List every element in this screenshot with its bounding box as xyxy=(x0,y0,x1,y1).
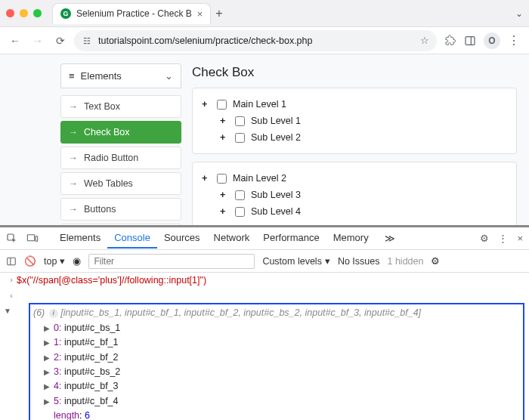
reload-button[interactable]: ⟳ xyxy=(51,32,70,50)
checkbox[interactable] xyxy=(235,207,245,217)
expand-arrow-icon[interactable]: ▶ xyxy=(44,323,51,335)
svg-rect-1 xyxy=(88,37,91,38)
console-filter-input[interactable] xyxy=(88,254,255,269)
sidebar-item-text-box[interactable]: →Text Box xyxy=(60,95,181,118)
checkbox[interactable] xyxy=(217,100,227,110)
url-text: tutorialspoint.com/selenium/practice/che… xyxy=(98,36,414,46)
expand-icon[interactable]: + xyxy=(220,116,229,126)
sidebar-item-label: Text Box xyxy=(84,101,120,112)
devtools-tab-memory[interactable]: Memory xyxy=(326,228,376,249)
side-panel-icon[interactable] xyxy=(464,35,476,47)
array-summary[interactable]: (6) i [input#c_bs_1, input#c_bf_1, input… xyxy=(33,306,520,320)
close-window[interactable] xyxy=(6,9,14,17)
maximize-window[interactable] xyxy=(33,9,42,17)
sidebar-item-radio-button[interactable]: →Radio Button xyxy=(60,147,181,169)
browser-tab[interactable]: G Selenium Practice - Check B × xyxy=(52,3,211,24)
console-output[interactable]: › $x("//span[@class='plus']//following::… xyxy=(0,273,529,420)
array-item[interactable]: ▶1: input#c_bf_1 xyxy=(44,335,520,350)
prompt-icon: › xyxy=(6,273,17,286)
inspect-icon[interactable] xyxy=(6,233,18,245)
tree-node[interactable]: +Sub Level 1 xyxy=(220,113,507,129)
svg-rect-5 xyxy=(88,42,91,43)
result-icon: ‹ xyxy=(6,289,17,302)
sidebar-header[interactable]: ≡ Elements ⌄ xyxy=(60,63,181,88)
expand-icon[interactable]: + xyxy=(202,99,211,110)
tree-node[interactable]: +Sub Level 2 xyxy=(220,129,507,146)
expand-arrow-icon[interactable]: ▶ xyxy=(44,337,51,349)
profile-avatar[interactable]: O xyxy=(484,32,500,49)
back-button[interactable]: ← xyxy=(6,32,24,50)
devtools-tab-network[interactable]: Network xyxy=(207,228,257,249)
chrome-menu-icon[interactable]: ⋮ xyxy=(508,33,520,48)
site-info-icon[interactable] xyxy=(82,36,92,46)
devtools-close-icon[interactable]: × xyxy=(517,233,523,244)
node-label: Main Level 2 xyxy=(233,173,286,184)
bookmark-icon[interactable]: ☆ xyxy=(420,35,429,46)
address-bar[interactable]: tutorialspoint.com/selenium/practice/che… xyxy=(74,30,437,51)
new-tab-button[interactable]: + xyxy=(215,7,222,20)
array-item[interactable]: ▶3: input#c_bs_2 xyxy=(44,365,520,379)
arrow-right-icon: → xyxy=(69,178,78,189)
expand-toggle[interactable]: ▼ xyxy=(0,303,15,420)
sidebar-item-label: Check Box xyxy=(84,127,129,137)
array-item[interactable]: ▶5: input#c_bf_4 xyxy=(44,394,520,409)
console-settings-icon[interactable]: ⚙ xyxy=(431,255,440,267)
browser-tab-strip: G Selenium Practice - Check B × + ⌄ xyxy=(0,0,529,27)
devtools-tab-elements[interactable]: Elements xyxy=(53,228,107,249)
devtools-tab-sources[interactable]: Sources xyxy=(157,228,207,249)
arrow-right-icon: → xyxy=(69,204,78,215)
sidebar: ≡ Elements ⌄ →Text Box→Check Box→Radio B… xyxy=(60,63,181,225)
tree-node[interactable]: +Sub Level 4 xyxy=(220,203,507,220)
live-expression-icon[interactable]: ◉ xyxy=(73,255,81,267)
expand-icon[interactable]: + xyxy=(220,132,229,143)
window-chevron-icon[interactable]: ⌄ xyxy=(515,8,523,19)
favicon-icon: G xyxy=(60,8,71,19)
expand-arrow-icon[interactable]: ▶ xyxy=(44,366,51,378)
context-selector[interactable]: top ▾ xyxy=(44,255,65,267)
svg-rect-3 xyxy=(88,40,91,41)
devtools-menu-icon[interactable]: ⋮ xyxy=(498,233,508,244)
checkbox[interactable] xyxy=(235,190,245,200)
svg-rect-6 xyxy=(466,36,475,45)
close-tab-icon[interactable]: × xyxy=(197,8,203,20)
sidebar-item-buttons[interactable]: →Buttons xyxy=(60,198,181,221)
sidebar-item-web-tables[interactable]: →Web Tables xyxy=(60,172,181,195)
checkbox-group: +Main Level 2+Sub Level 3+Sub Level 4 xyxy=(192,162,517,225)
devtools-tab-console[interactable]: Console xyxy=(107,228,157,249)
more-tabs-icon[interactable]: ≫ xyxy=(385,233,395,244)
console-sidebar-toggle-icon[interactable] xyxy=(6,256,17,267)
checkbox[interactable] xyxy=(217,174,227,184)
expand-arrow-icon[interactable]: ▶ xyxy=(44,396,51,408)
checkbox[interactable] xyxy=(235,116,245,126)
expand-arrow-icon[interactable]: ▶ xyxy=(44,352,51,364)
window-controls xyxy=(6,9,42,17)
array-item[interactable]: ▶0: input#c_bs_1 xyxy=(44,321,520,335)
sidebar-item-check-box[interactable]: →Check Box xyxy=(60,121,181,144)
minimize-window[interactable] xyxy=(20,9,28,17)
tree-node[interactable]: +Sub Level 3 xyxy=(220,187,507,203)
menu-icon: ≡ xyxy=(69,70,75,82)
tree-node[interactable]: +Main Level 2 xyxy=(202,170,507,187)
forward-button[interactable]: → xyxy=(29,32,47,50)
array-item[interactable]: ▶4: input#c_bf_3 xyxy=(44,379,520,394)
arrow-right-icon: → xyxy=(69,127,78,137)
devtools-tab-performance[interactable]: Performance xyxy=(256,228,326,249)
result-array[interactable]: (6) i [input#c_bs_1, input#c_bf_1, input… xyxy=(29,303,524,420)
extensions-icon[interactable] xyxy=(444,35,456,47)
node-label: Sub Level 2 xyxy=(251,132,301,143)
array-item[interactable]: ▶2: input#c_bf_2 xyxy=(44,351,520,365)
svg-rect-2 xyxy=(84,40,87,41)
expand-icon[interactable]: + xyxy=(220,190,229,200)
expand-arrow-icon[interactable]: ▶ xyxy=(44,381,51,393)
expand-icon[interactable]: + xyxy=(202,173,211,184)
expand-icon[interactable]: + xyxy=(220,206,229,217)
clear-console-icon[interactable]: 🚫 xyxy=(24,255,36,267)
device-toolbar-icon[interactable] xyxy=(26,233,39,245)
tree-node[interactable]: +Main Level 1 xyxy=(202,96,507,113)
devtools-settings-icon[interactable]: ⚙ xyxy=(480,233,489,244)
arrow-right-icon: → xyxy=(69,153,78,163)
issues-link[interactable]: No Issues xyxy=(338,256,380,267)
checkbox[interactable] xyxy=(235,133,245,143)
svg-rect-0 xyxy=(84,37,87,38)
log-levels-dropdown[interactable]: Custom levels ▾ xyxy=(262,255,330,267)
